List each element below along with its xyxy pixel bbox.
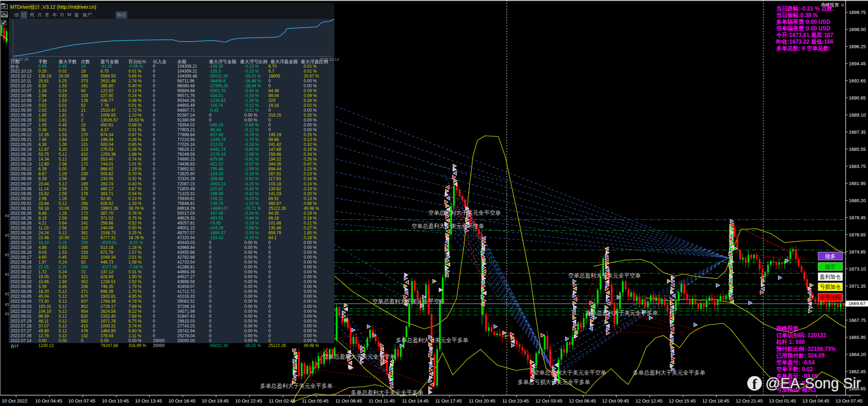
svg-text:空单总盈利大于美元全平空单: 空单总盈利大于美元全平空单 — [323, 354, 395, 360]
svg-text:1689.10: 1689.10 — [849, 112, 866, 118]
svg-text:11 Oct 17:45: 11 Oct 17:45 — [435, 398, 462, 404]
svg-text:多单总亏损大于美元全平多单: 多单总亏损大于美元全平多单 — [518, 379, 590, 385]
svg-text:1698.00: 1698.00 — [849, 27, 866, 32]
svg-text:1685.55: 1685.55 — [849, 147, 866, 152]
svg-text:1681.95: 1681.95 — [849, 181, 866, 186]
svg-text:f: f — [752, 376, 757, 392]
svg-text:多单总盈利大于美元全平多单: 多单总盈利大于美元全平多单 — [396, 337, 468, 343]
svg-text:1694.45: 1694.45 — [849, 61, 866, 66]
svg-text:杠杆 1: 500: 杠杆 1: 500 — [776, 339, 805, 345]
svg-text:空单总盈利大于美元全平空单: 空单总盈利大于美元全平空单 — [372, 298, 445, 304]
svg-text:11 Oct 08:45: 11 Oct 08:45 — [335, 398, 362, 404]
svg-text:多单总盈利大于美元全平多单: 多单总盈利大于美元全平多单 — [585, 310, 658, 316]
svg-text:空单总盈利大于美元全平空单: 空单总盈利大于美元全平空单 — [534, 370, 606, 376]
svg-text:10 Oct 10:45: 10 Oct 10:45 — [102, 398, 129, 404]
svg-text:13 Oct 01:45: 13 Oct 01:45 — [769, 398, 796, 404]
svg-text:空单手数: 0.02: 空单手数: 0.02 — [776, 366, 813, 372]
svg-text:12 Oct 03:45: 12 Oct 03:45 — [535, 398, 562, 404]
svg-text:1671.35: 1671.35 — [849, 283, 866, 289]
svg-text:1696.25: 1696.25 — [849, 44, 866, 49]
svg-text:1699.75: 1699.75 — [849, 10, 866, 15]
svg-text:多单总盈利大于美元全平多单: 多单总盈利大于美元全平多单 — [351, 390, 423, 396]
svg-text:已用预付款: 324.09: 已用预付款: 324.09 — [776, 353, 825, 359]
svg-text:多单总盈利大于美元全平多单: 多单总盈利大于美元全平多单 — [633, 370, 705, 376]
svg-text:预付款比例: 32156.73%: 预付款比例: 32156.73% — [776, 346, 836, 352]
svg-text:多单总数: 8 空单总数:: 多单总数: 8 空单总数: — [776, 45, 831, 51]
svg-text:多单总盈利大于美元全平多单: 多单总盈利大于美元全平多单 — [260, 383, 333, 389]
svg-text:1683.75: 1683.75 — [849, 164, 866, 169]
svg-text:10 Oct 04:45: 10 Oct 04:45 — [35, 398, 62, 404]
svg-text:全平按钮: 全平按钮 — [820, 294, 841, 300]
svg-text:当日跌幅:-0.21 % 点数:: 当日跌幅:-0.21 % 点数: — [776, 5, 834, 12]
svg-text:11 Oct 20:45: 11 Oct 20:45 — [469, 398, 495, 404]
svg-text:12 Oct 21:45: 12 Oct 21:45 — [736, 398, 763, 404]
svg-text:1669.67: 1669.67 — [848, 301, 866, 306]
svg-text:1662.45: 1662.45 — [849, 369, 866, 374]
svg-text:1676.65: 1676.65 — [849, 232, 866, 237]
svg-text:10 Oct 16:45: 10 Oct 16:45 — [169, 398, 195, 404]
svg-text:1664.20: 1664.20 — [849, 352, 866, 357]
svg-text:空单盈亏: -0.54: 空单盈亏: -0.54 — [776, 359, 815, 366]
svg-text:今开:1673.61 最高:167: 今开:1673.61 最高:167 — [776, 32, 833, 38]
svg-text:盈利加仓: 盈利加仓 — [820, 274, 841, 280]
svg-text:1665.95: 1665.95 — [849, 335, 866, 340]
svg-text:12 Oct 09:45: 12 Oct 09:45 — [602, 398, 629, 404]
svg-text:11 Oct 23:45: 11 Oct 23:45 — [502, 398, 529, 404]
svg-text:1692.65: 1692.65 — [849, 78, 866, 83]
svg-text:10 Oct 19:45: 10 Oct 19:45 — [202, 398, 229, 404]
svg-text:1674.85: 1674.85 — [849, 249, 866, 254]
svg-text:1680.20: 1680.20 — [849, 198, 866, 203]
svg-text:11 Oct 14:45: 11 Oct 14:45 — [402, 398, 429, 404]
svg-text:10 Oct 2022: 10 Oct 2022 — [2, 398, 28, 404]
svg-text:11 Oct 11:45: 11 Oct 11:45 — [369, 398, 395, 404]
svg-text:昨收:1673.22 最低:166: 昨收:1673.22 最低:166 — [776, 39, 833, 45]
svg-text:空单总盈利大于美元全平空单: 空单总盈利大于美元全平空单 — [568, 273, 641, 279]
svg-text:12 Oct 18:45: 12 Oct 18:45 — [702, 398, 729, 404]
svg-text:空单隔夜费:0.00 USD: 空单隔夜费:0.00 USD — [776, 25, 830, 31]
svg-text:10 Oct 13:45: 10 Oct 13:45 — [135, 398, 162, 404]
svg-text:1673.10: 1673.10 — [849, 266, 866, 272]
svg-text:12 Oct 15:45: 12 Oct 15:45 — [669, 398, 696, 404]
svg-text:订单识别码: 120133: 订单识别码: 120133 — [776, 332, 826, 338]
svg-text:11 Oct 05:45: 11 Oct 05:45 — [302, 398, 328, 404]
svg-text:12 Oct 12:45: 12 Oct 12:45 — [636, 398, 662, 404]
svg-text:做空: 做空 — [825, 264, 836, 270]
svg-text:1690.85: 1690.85 — [849, 95, 866, 101]
svg-text:空单总盈利大于美元全平空单: 空单总盈利大于美元全平空单 — [411, 223, 484, 229]
svg-text:13 Oct 07:45: 13 Oct 07:45 — [836, 398, 862, 404]
svg-text:11 Oct 02:45: 11 Oct 02:45 — [269, 398, 295, 404]
svg-text:@EA-Song Sir: @EA-Song Sir — [765, 375, 861, 391]
svg-text:10 Oct 22:45: 10 Oct 22:45 — [235, 398, 262, 404]
svg-text:13 Oct 04:45: 13 Oct 04:45 — [802, 398, 829, 404]
svg-text:10 Oct 07:45: 10 Oct 07:45 — [68, 398, 95, 404]
svg-text:1687.35: 1687.35 — [849, 130, 866, 135]
svg-text:12 Oct 06:45: 12 Oct 06:45 — [569, 398, 596, 404]
svg-text:做多: 做多 — [825, 253, 836, 259]
svg-text:亏损加仓: 亏损加仓 — [820, 284, 841, 290]
svg-text:燕峰投资: 燕峰投资 — [776, 325, 799, 332]
svg-text:当日振幅:0.38 %: 当日振幅:0.38 % — [776, 12, 818, 18]
svg-text:1678.45: 1678.45 — [849, 215, 866, 220]
svg-text:1667.75: 1667.75 — [849, 318, 866, 323]
svg-text:空单总盈利大于美元全平空单: 空单总盈利大于美元全平空单 — [428, 210, 501, 216]
svg-text:多单隔夜费:0.00 USD: 多单隔夜费:0.00 USD — [776, 19, 830, 25]
